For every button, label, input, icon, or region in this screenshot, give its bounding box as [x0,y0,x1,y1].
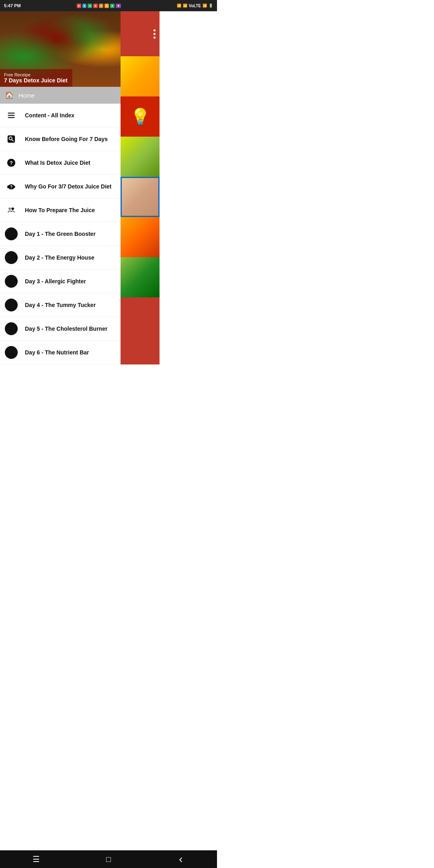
menu-item-how-to-prepare[interactable]: How To Prepare The Juice [0,199,121,222]
menu-item-day1[interactable]: Day 1 - The Green Booster [0,222,121,246]
home-icon[interactable]: 🏠 [5,91,14,100]
hero-subtitle: Free Receipe [4,72,68,77]
dot-3 [154,37,156,39]
signal-icon-2: 📶 [203,4,207,8]
svg-point-12 [11,207,14,210]
wifi-icon: 📶 [177,4,181,8]
menu-item-content-index[interactable]: Content - All Index [0,104,121,127]
menu-item-day4[interactable]: Day 4 - The Tummy Tucker [0,293,121,317]
menu-list: Content - All Index Know Before Going Fo… [0,104,121,364]
svg-rect-3 [8,135,15,143]
menu-item-day5[interactable]: Day 5 - The Cholesterol Burner [0,317,121,341]
menu-icon-question-cloud-3: ? [5,180,18,193]
volte-label: VoLTE [189,4,201,8]
menu-icon-gear-4 [5,204,18,217]
menu-label-how-to-prepare: How To Prepare The Juice [25,207,95,213]
signal-icon: 📶 [183,4,187,8]
sidebar-thumbnail-1[interactable] [121,56,160,96]
menu-item-know-before[interactable]: Know Before Going For 7 Days [0,127,121,151]
menu-icon-circle-10 [5,346,18,359]
dot-1 [154,29,156,31]
menu-label-day5: Day 5 - The Cholesterol Burner [25,326,107,332]
menu-item-day6[interactable]: Day 6 - The Nutrient Bar [0,341,121,364]
menu-icon-circle-5 [5,227,18,240]
menu-label-day6: Day 6 - The Nutrient Bar [25,349,89,356]
sidebar-thumbnail-4[interactable] [121,177,160,217]
more-options-icon[interactable] [154,29,156,39]
svg-text:?: ? [10,185,12,189]
notif-icon-5: ● [99,4,103,8]
menu-item-why-go-for[interactable]: ? Why Go For 3/7 Detox Juice Diet [0,175,121,199]
menu-icon-question-circle-2: ? [5,156,18,169]
right-sidebar: 💡 [121,11,160,364]
sidebar-thumbnail-3[interactable] [121,137,160,177]
menu-label-day4: Day 4 - The Tummy Tucker [25,302,96,308]
menu-label-day2: Day 2 - The Energy House [25,254,94,261]
menu-label-content-index: Content - All Index [25,112,74,119]
menu-icon-circle-8 [5,299,18,311]
sidebar-thumbnail-6[interactable] [121,257,160,297]
left-panel: Free Receipe 7 Days Detox Juice Diet 🏠 H… [0,11,121,364]
menu-item-day2[interactable]: Day 2 - The Energy House [0,246,121,270]
status-time: 5:47 PM [4,3,21,8]
menu-icon-circle-9 [5,322,18,335]
notif-icon-3: ● [88,4,92,8]
notif-icon-2: ● [82,4,87,8]
system-status-icons: 📶 📶 VoLTE 📶 🔋 [177,4,213,8]
hero-title: 7 Days Detox Juice Diet [4,77,68,84]
status-bar: 5:47 PM ● ● ● ● ● ● ● ★ 📶 📶 VoLTE 📶 🔋 [0,0,217,11]
hero-overlay: Free Receipe 7 Days Detox Juice Diet [0,69,72,87]
menu-label-what-is-detox: What Is Detox Juice Diet [25,160,90,166]
nav-bar: 🏠 Home [0,87,121,104]
menu-icon-circle-7 [5,275,18,288]
notif-icon-1: ● [77,4,81,8]
notification-icons: ● ● ● ● ● ● ● ★ [77,4,121,8]
menu-icon-circle-6 [5,251,18,264]
notif-icon-6: ● [104,4,109,8]
home-label: Home [18,92,35,99]
menu-item-day3[interactable]: Day 3 - Allergic Fighter [0,270,121,293]
menu-label-day3: Day 3 - Allergic Fighter [25,278,86,285]
sidebar-header [121,11,160,56]
dot-2 [154,33,156,35]
main-layout: Free Receipe 7 Days Detox Juice Diet 🏠 H… [0,11,217,364]
menu-item-what-is-detox[interactable]: ? What Is Detox Juice Diet [0,151,121,175]
bulb-icon: 💡 [130,107,150,126]
notif-icon-8: ★ [116,4,121,8]
sidebar-thumbnail-2[interactable]: 💡 [121,96,160,137]
battery-icon: 🔋 [209,4,213,8]
svg-point-13 [8,207,11,210]
menu-label-why-go-for: Why Go For 3/7 Detox Juice Diet [25,183,112,190]
menu-label-know-before: Know Before Going For 7 Days [25,136,108,142]
svg-point-10 [12,186,15,188]
sidebar-thumbnail-5[interactable] [121,217,160,257]
notif-icon-4: ● [93,4,98,8]
menu-label-day1: Day 1 - The Green Booster [25,231,96,237]
svg-text:?: ? [10,160,13,166]
hero-banner: Free Receipe 7 Days Detox Juice Diet [0,11,121,87]
notif-icon-7: ● [110,4,115,8]
menu-icon-lines-0 [5,109,18,122]
menu-icon-search-1 [5,133,18,145]
